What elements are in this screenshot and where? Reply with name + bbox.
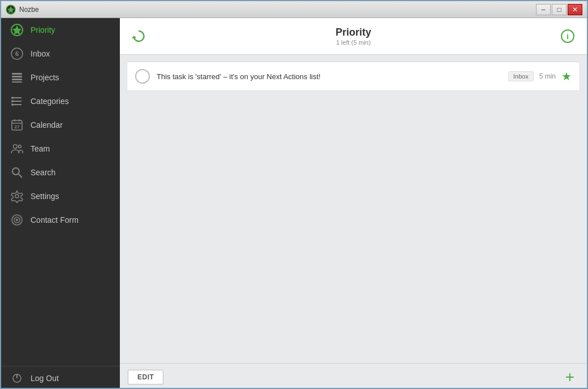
sidebar-item-settings[interactable]: Settings xyxy=(1,184,120,208)
svg-marker-3 xyxy=(12,25,21,34)
categories-icon xyxy=(9,93,25,109)
svg-text:i: i xyxy=(567,32,569,41)
table-row[interactable]: This task is 'starred' – it's on your Ne… xyxy=(127,62,580,91)
svg-point-28 xyxy=(16,219,18,221)
app-container: Priority 6 Inbox Projects xyxy=(1,18,587,389)
task-text: This task is 'starred' – it's on your Ne… xyxy=(157,72,508,81)
svg-line-24 xyxy=(19,174,22,178)
inbox-icon: 6 xyxy=(9,46,25,62)
add-button[interactable]: + xyxy=(561,368,579,386)
sidebar-bottom: Log Out xyxy=(1,366,120,389)
sidebar-label-priority: Priority xyxy=(31,25,55,34)
sidebar-label-inbox: Inbox xyxy=(31,49,50,58)
logout-label: Log Out xyxy=(31,374,59,383)
sidebar-label-categories: Categories xyxy=(31,97,69,106)
svg-point-13 xyxy=(11,97,14,99)
sidebar: Priority 6 Inbox Projects xyxy=(1,18,120,389)
sidebar-label-search: Search xyxy=(31,168,55,177)
header-title-group: Priority 1 left (5 min) xyxy=(149,27,557,46)
priority-icon xyxy=(9,22,25,38)
svg-rect-9 xyxy=(12,81,22,83)
svg-rect-6 xyxy=(12,73,22,75)
svg-point-25 xyxy=(15,194,19,198)
projects-icon xyxy=(9,70,25,85)
logout-icon xyxy=(9,370,25,386)
svg-marker-31 xyxy=(132,36,136,38)
task-time: 5 min xyxy=(539,72,556,80)
page-title: Priority xyxy=(149,27,557,39)
window-controls: – □ ✕ xyxy=(536,4,582,15)
sidebar-label-projects: Projects xyxy=(31,73,59,82)
maximize-button[interactable]: □ xyxy=(552,4,567,15)
svg-rect-8 xyxy=(12,79,22,80)
close-button[interactable]: ✕ xyxy=(568,4,582,15)
svg-point-14 xyxy=(11,100,14,102)
svg-point-21 xyxy=(14,145,18,149)
search-icon xyxy=(9,165,25,180)
settings-icon xyxy=(9,188,25,204)
svg-text:27: 27 xyxy=(15,124,20,129)
minimize-button[interactable]: – xyxy=(536,4,551,15)
titlebar: Nozbe – □ ✕ xyxy=(1,1,587,18)
sidebar-item-search[interactable]: Search xyxy=(1,161,120,184)
contact-form-icon xyxy=(9,212,25,228)
calendar-icon: 27 xyxy=(9,117,25,133)
sidebar-item-projects[interactable]: Projects xyxy=(1,66,120,89)
info-button[interactable]: i xyxy=(557,26,578,46)
content-footer: EDIT + xyxy=(120,363,587,389)
app-logo xyxy=(6,5,16,15)
main-content: Priority 1 left (5 min) i This task is '… xyxy=(120,18,587,389)
sidebar-item-team[interactable]: Team xyxy=(1,137,120,161)
sidebar-item-logout[interactable]: Log Out xyxy=(1,366,120,389)
sidebar-label-contact-form: Contact Form xyxy=(31,215,79,224)
team-icon xyxy=(9,141,25,157)
svg-text:6: 6 xyxy=(15,50,19,57)
star-icon[interactable]: ★ xyxy=(561,70,572,83)
svg-point-15 xyxy=(11,103,14,106)
edit-button[interactable]: EDIT xyxy=(128,370,163,384)
sidebar-label-calendar: Calendar xyxy=(31,120,63,129)
sidebar-label-team: Team xyxy=(31,144,50,153)
task-checkbox[interactable] xyxy=(135,69,150,84)
content-header: Priority 1 left (5 min) i xyxy=(120,18,587,55)
svg-point-22 xyxy=(19,145,21,148)
sidebar-item-calendar[interactable]: 27 Calendar xyxy=(1,113,120,137)
sidebar-item-inbox[interactable]: 6 Inbox xyxy=(1,42,120,66)
app-title: Nozbe xyxy=(19,6,536,14)
sidebar-item-contact-form[interactable]: Contact Form xyxy=(1,208,120,232)
sidebar-label-settings: Settings xyxy=(31,192,59,201)
task-tag: Inbox xyxy=(508,71,534,81)
sidebar-item-priority[interactable]: Priority xyxy=(1,18,120,42)
refresh-button[interactable] xyxy=(129,26,149,46)
task-list: This task is 'starred' – it's on your Ne… xyxy=(120,55,587,363)
page-subtitle: 1 left (5 min) xyxy=(149,39,557,46)
svg-rect-7 xyxy=(12,76,22,77)
sidebar-item-categories[interactable]: Categories xyxy=(1,89,120,113)
svg-point-23 xyxy=(12,168,19,175)
